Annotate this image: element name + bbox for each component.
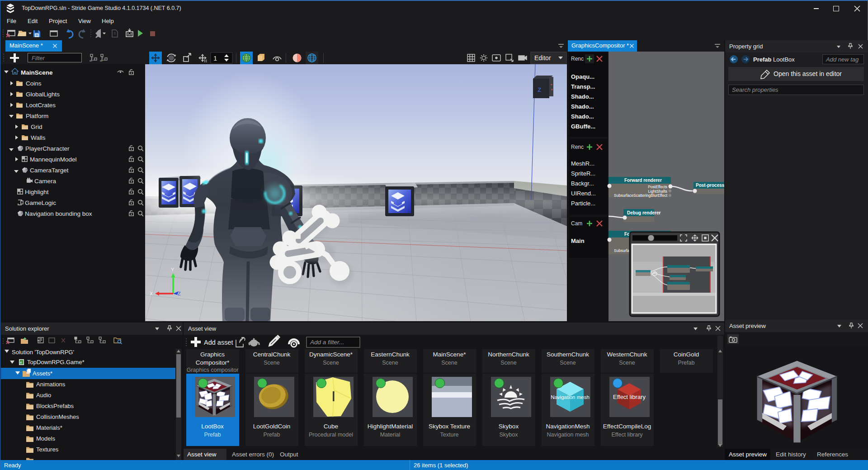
svg-text:Shado...: Shado... [571, 113, 594, 120]
svg-text:Cube: Cube [324, 423, 338, 430]
svg-text:Renc: Renc [571, 144, 584, 150]
svg-text:Graphics compositor: Graphics compositor [187, 367, 239, 373]
svg-text:Procedural model: Procedural model [309, 432, 353, 438]
svg-text:Animations: Animations [36, 381, 66, 388]
svg-text:Skybox Texture: Skybox Texture [429, 423, 470, 430]
svg-text:Compositor*: Compositor* [196, 359, 230, 366]
svg-text:HighlightMaterial: HighlightMaterial [368, 423, 413, 430]
svg-text:MannequinModel: MannequinModel [30, 156, 77, 163]
svg-text:Prefab: Prefab [264, 432, 280, 438]
svg-text:Forward renderer: Forward renderer [624, 178, 662, 183]
svg-text:Transp...: Transp... [571, 83, 595, 90]
svg-text:Skybox: Skybox [500, 432, 519, 438]
svg-text:SubsurfaceScatteringBlurEffect: SubsurfaceScatteringBlurEffect [614, 193, 668, 198]
svg-text:WesternChunk: WesternChunk [607, 351, 647, 358]
svg-text:EasternChunk: EasternChunk [371, 351, 410, 358]
svg-text:NavigationMesh: NavigationMesh [546, 423, 590, 430]
svg-text:Debug renderer: Debug renderer [627, 210, 661, 215]
svg-text:UIRend...: UIRend... [571, 190, 596, 197]
svg-text:ab: ab [100, 59, 103, 62]
svg-text:Scene: Scene [264, 360, 279, 366]
svg-text:NorthernChunk: NorthernChunk [488, 351, 529, 358]
svg-text:Effect library: Effect library [611, 432, 643, 438]
svg-text:PostEffects: PostEffects [648, 185, 667, 189]
svg-text:GameLogic: GameLogic [25, 199, 56, 206]
svg-text:Shado...: Shado... [571, 103, 594, 110]
svg-text:EffectCompileLog: EffectCompileLog [603, 423, 651, 430]
svg-text:Skybox: Skybox [499, 423, 519, 430]
svg-text:Cam: Cam [571, 220, 582, 227]
svg-text:SouthernChunk: SouthernChunk [547, 351, 589, 358]
svg-text:Material: Material [380, 432, 400, 438]
svg-text:Particle...: Particle... [571, 200, 595, 207]
svg-text:z: z [538, 85, 542, 94]
svg-text:Scene: Scene [619, 360, 635, 366]
svg-text:Editor: Editor [534, 54, 551, 62]
svg-text:DynamicScene*: DynamicScene* [309, 351, 353, 358]
svg-text:Assets*: Assets* [33, 370, 52, 377]
svg-text:Z: Z [178, 291, 181, 296]
svg-text:Navigation mesh: Navigation mesh [547, 432, 589, 438]
svg-text:Highlight: Highlight [25, 189, 49, 195]
svg-text:BlocksPrefabs: BlocksPrefabs [36, 403, 74, 409]
svg-text:Prefab: Prefab [678, 360, 695, 366]
svg-text:Texture: Texture [440, 432, 459, 438]
svg-text:MainScene*: MainScene* [433, 351, 467, 358]
svg-text:CoinGold: CoinGold [674, 351, 699, 358]
svg-text:Models: Models [36, 435, 55, 442]
svg-text:SpriteR...: SpriteR... [571, 170, 595, 177]
svg-text:Walls: Walls [31, 134, 46, 141]
svg-text:Platform: Platform [26, 113, 48, 119]
svg-text:Scene: Scene [560, 360, 576, 366]
svg-text:CollisionMeshes: CollisionMeshes [36, 413, 79, 420]
svg-text:Scene: Scene [500, 360, 516, 366]
svg-text:Scene: Scene [323, 360, 339, 366]
svg-text:Main: Main [571, 237, 585, 244]
svg-text:Asset preview: Asset preview [729, 451, 767, 458]
svg-text:Textures: Textures [36, 446, 59, 453]
svg-text:GlobalLights: GlobalLights [26, 91, 60, 98]
svg-text:Scene: Scene [382, 360, 398, 366]
svg-text:Navigation mesh: Navigation mesh [551, 394, 590, 400]
svg-text:X: X [150, 291, 153, 296]
svg-text:Edit history: Edit history [776, 451, 806, 458]
svg-text:Add asset: Add asset [204, 339, 233, 346]
svg-text:1: 1 [213, 54, 217, 62]
svg-text:ab: ab [90, 59, 92, 62]
svg-text:LootCrates: LootCrates [26, 102, 56, 109]
svg-text:Asset errors (0): Asset errors (0) [232, 451, 274, 458]
svg-text:Add a filter...: Add a filter... [310, 339, 344, 346]
svg-text:Camera: Camera [34, 178, 57, 185]
svg-text:Materials*: Materials* [36, 424, 62, 431]
svg-text:Scene: Scene [441, 360, 457, 366]
svg-text:Opaqu...: Opaqu... [571, 73, 594, 80]
svg-text:Solution 'TopDownRPG': Solution 'TopDownRPG' [12, 349, 74, 356]
svg-text:#: # [20, 361, 22, 365]
svg-text:References: References [817, 451, 848, 458]
svg-text:CameraTarget: CameraTarget [30, 167, 69, 174]
svg-text:Graphics: Graphics [200, 351, 225, 358]
svg-text:LootBox: LootBox [201, 423, 224, 430]
svg-text:Post-processing: Post-processing [696, 183, 724, 188]
svg-text:Y: Y [171, 267, 175, 272]
svg-text:Shado...: Shado... [571, 93, 594, 100]
svg-text:MainScene: MainScene [21, 69, 53, 76]
svg-text:Backgr...: Backgr... [571, 180, 594, 187]
svg-text:Asset view: Asset view [188, 325, 217, 332]
svg-text:Solution explorer: Solution explorer [5, 325, 49, 332]
svg-text:Grid: Grid [31, 123, 42, 130]
svg-text:Asset preview: Asset preview [729, 323, 766, 329]
svg-text:PlayerCharacter: PlayerCharacter [25, 145, 70, 152]
svg-text:MeshR...: MeshR... [571, 160, 594, 167]
svg-text:Coins: Coins [26, 80, 42, 87]
svg-text:CentralChunk: CentralChunk [253, 351, 291, 358]
svg-text:Effect library: Effect library [613, 394, 646, 400]
svg-text:Output: Output [280, 451, 298, 458]
svg-text:Navigation bounding box: Navigation bounding box [25, 210, 92, 217]
svg-text:LootGoldCoin: LootGoldCoin [253, 423, 291, 430]
svg-text:Asset view: Asset view [187, 451, 217, 458]
svg-text:GBuffe...: GBuffe... [571, 123, 595, 130]
svg-text:Renc: Renc [571, 56, 584, 62]
svg-text:TopDownRPG.Game*: TopDownRPG.Game* [27, 359, 84, 366]
svg-text:Prefab: Prefab [204, 432, 221, 438]
